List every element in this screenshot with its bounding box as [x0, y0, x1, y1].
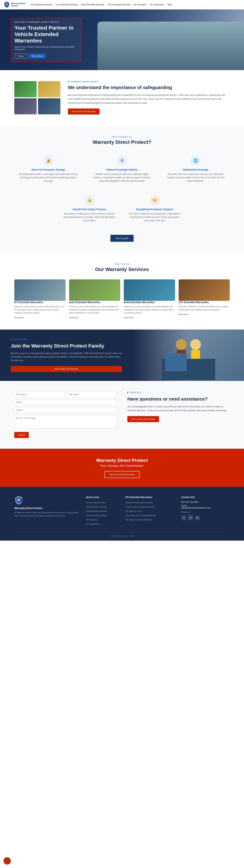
- importance-title: We understand the importance of safeguar…: [68, 85, 230, 91]
- form-last-name[interactable]: [66, 392, 117, 397]
- importance-image-4: [38, 98, 60, 114]
- nav-link-blog[interactable]: Blog: [167, 3, 172, 6]
- linkedin-icon[interactable]: in: [195, 515, 200, 520]
- services-title: Our Warranty Services: [14, 267, 230, 272]
- service-title-boat: Boat Extended Warranties: [124, 301, 175, 304]
- footer-quick-links: Quick Links RV Extended warranty Car Ext…: [86, 496, 118, 527]
- why-choose-cta-button[interactable]: Get A Quote: [110, 235, 134, 242]
- footer-rv-link-motorhome[interactable]: Motorhome Extended Warranty: [126, 501, 153, 504]
- service-body-atv: Ride with confidence. Our ATV warranties…: [179, 305, 230, 311]
- service-card-atv: ATV Extended Warranties Ride with confid…: [179, 279, 230, 319]
- footer-link-boat-extended[interactable]: Boat Extended warranty: [86, 510, 107, 512]
- footer-rv-warranties: RV Extended Warranties Motorhome Extende…: [126, 496, 174, 527]
- service-readmore-auto[interactable]: Read More: [69, 316, 79, 319]
- feature-card-claims: 👍 Hassle-Free Claims Process We believe …: [59, 192, 119, 226]
- footer-link-rv-inspections[interactable]: RV Inspections: [86, 523, 99, 525]
- importance-image-2: [38, 81, 60, 97]
- footer-follow-us-label: Follow us:: [181, 511, 230, 513]
- footer-link-rv-extended[interactable]: RV Extended warranty: [86, 501, 106, 504]
- family-left-content: JOIN THE FAMILY Join the Warranty Direct…: [0, 330, 133, 381]
- hero-quote-button[interactable]: Get a Quote: [29, 54, 46, 59]
- service-image-auto: [69, 279, 120, 301]
- footer-rv-link-warranty-limits[interactable]: RV Warranty Limits: [126, 510, 142, 512]
- footer-top: Warranty Direct Protect At Warranty Dire…: [14, 496, 230, 527]
- family-body: Become a part of a community that values…: [11, 351, 122, 362]
- red-banner-cta-button[interactable]: Get a Call in 60 Seconds: [105, 471, 139, 478]
- family-right-image: [133, 330, 244, 381]
- footer-link-rv-insurance[interactable]: RV Insurance: [86, 519, 98, 521]
- feature-icon-nationwide: 🌐: [191, 156, 200, 166]
- nav-link-car-extended[interactable]: Car Extended Warranty: [56, 3, 78, 6]
- footer-rv-link-dealer[interactable]: 5th Dealer Extended Warranty: [126, 519, 152, 521]
- footer-link-car-extended[interactable]: Car Extended warranty: [86, 506, 106, 508]
- footer-bottom: © 2023 Warranty Direct Protect: [14, 532, 230, 537]
- feature-body-support: Our team of experienced professionals is…: [128, 212, 181, 222]
- footer-rv-link-travel-trailer[interactable]: Travel Trailer Extended Warranty: [126, 506, 154, 508]
- features-grid-bottom: 👍 Hassle-Free Claims Process We believe …: [59, 192, 185, 226]
- why-choose-eyebrow: WHY CHOOSE US: [14, 136, 230, 138]
- contact-title: Have questions or need assistance?: [127, 396, 230, 402]
- importance-cta-button[interactable]: Get a Call in 60 Seconds: [68, 108, 100, 115]
- importance-section: AT WARRANTY DIRECT PROTECT We understand…: [0, 70, 244, 125]
- form-submit-button[interactable]: Submit: [14, 432, 29, 438]
- family-title: Join the Warranty Direct Protect Family: [11, 343, 122, 349]
- instagram-icon[interactable]: 📷: [188, 515, 193, 520]
- contact-body: Our knowledgeable team is ready to provi…: [127, 405, 230, 412]
- feature-icon-support: 🤝: [150, 195, 160, 205]
- feature-body-nationwide: No matter where your adventures take you…: [165, 173, 226, 183]
- nav-link-rv-insurance[interactable]: RV Insurance: [134, 3, 147, 6]
- service-readmore-rv[interactable]: Read More: [14, 316, 24, 319]
- footer-email: Email: sales@warrantydirectprotect.com: [181, 504, 230, 509]
- nav-links: RV Extended warranty Car Extended Warran…: [31, 3, 240, 6]
- hero-contact-button[interactable]: Contact: [15, 54, 27, 59]
- footer-rv-link-buying-guide[interactable]: How to Buy an RV Warranty Guide: [126, 515, 156, 517]
- footer-link-atv-extended[interactable]: ATV Extended warranty: [86, 515, 107, 517]
- nav-link-atv-extended[interactable]: ATV Extended Warranty: [108, 3, 131, 6]
- red-banner-section: Warranty Direct Protect Your Journey, Ou…: [0, 449, 244, 487]
- family-eyebrow: JOIN THE FAMILY: [11, 338, 122, 340]
- services-section: WHAT WE DO Our Warranty Services RV Exte…: [0, 252, 244, 330]
- footer-contact-info: Contact Info Call: 844-702-4780 Email: s…: [181, 496, 230, 527]
- family-cta-button[interactable]: Get a Call in 60 Seconds: [11, 366, 122, 372]
- contact-cta-button[interactable]: Get a Call in 60 Seconds: [127, 416, 159, 422]
- service-title-auto: Auto Extended Warranties: [69, 301, 120, 304]
- feature-card-nationwide: 🌐 Nationwide Coverage No matter where yo…: [161, 152, 230, 186]
- nav-link-rv-inspections[interactable]: RV Inspections: [150, 3, 164, 6]
- service-readmore-boat[interactable]: Read More: [124, 316, 133, 319]
- feature-card-support: 🤝 Exceptional Customer Support Our team …: [125, 192, 185, 226]
- red-banner-subtitle: Your Journey, Our Commitment.: [14, 464, 230, 467]
- service-image-boat: [124, 279, 175, 301]
- service-title-rv: RV Extended Warranties: [14, 301, 65, 304]
- twitter-icon[interactable]: 𝕏: [181, 515, 186, 520]
- feature-icon-coverage: ⚙: [117, 156, 127, 166]
- footer-contact-title: Contact Info: [181, 496, 230, 498]
- hero-eyebrow: WELCOME TO WARRANTY DIRECT PROTECT: [15, 21, 78, 23]
- footer-logo-area: Warranty Direct Protect At Warranty Dire…: [14, 496, 79, 527]
- feature-title-nationwide: Nationwide Coverage: [165, 168, 226, 171]
- hero-image-area: [98, 9, 244, 70]
- nav-logo[interactable]: Warranty Direct Protect: [4, 1, 26, 8]
- form-first-name[interactable]: [14, 392, 64, 397]
- form-email[interactable]: [14, 400, 117, 405]
- why-choose-title: Warranty Direct Protect?: [14, 140, 230, 145]
- footer: Warranty Direct Protect At Warranty Dire…: [0, 487, 244, 540]
- service-readmore-atv[interactable]: Read More: [179, 313, 188, 315]
- form-message[interactable]: [14, 415, 117, 428]
- importance-image-1: [14, 81, 37, 97]
- form-row-phone: [14, 407, 117, 413]
- services-eyebrow: WHAT WE DO: [14, 263, 230, 265]
- form-phone[interactable]: [14, 407, 117, 413]
- footer-copyright: © 2023 Warranty Direct Protect: [14, 535, 230, 537]
- svg-rect-6: [165, 353, 187, 371]
- hero-section: WELCOME TO WARRANTY DIRECT PROTECT Your …: [0, 9, 244, 70]
- hero-title: Your Trusted Partner in Vehicle Extended…: [15, 25, 78, 44]
- nav-link-boat-extended[interactable]: Boat Extended Warranty: [81, 3, 104, 6]
- footer-social-links: 𝕏 📷 in: [181, 515, 230, 520]
- nav-link-rv-extended[interactable]: RV Extended warranty: [31, 3, 53, 6]
- service-body-rv: Enjoy your home away from home without t…: [14, 305, 65, 315]
- importance-eyebrow: AT WARRANTY DIRECT PROTECT: [68, 81, 230, 83]
- why-choose-section: WHY CHOOSE US Warranty Direct Protect? 💰…: [0, 125, 244, 252]
- hero-red-box: WELCOME TO WARRANTY DIRECT PROTECT Your …: [11, 18, 82, 62]
- form-row-message: [14, 415, 117, 428]
- hero-subtitle: Secure Your Peace of Mind with Our Compr…: [15, 46, 78, 51]
